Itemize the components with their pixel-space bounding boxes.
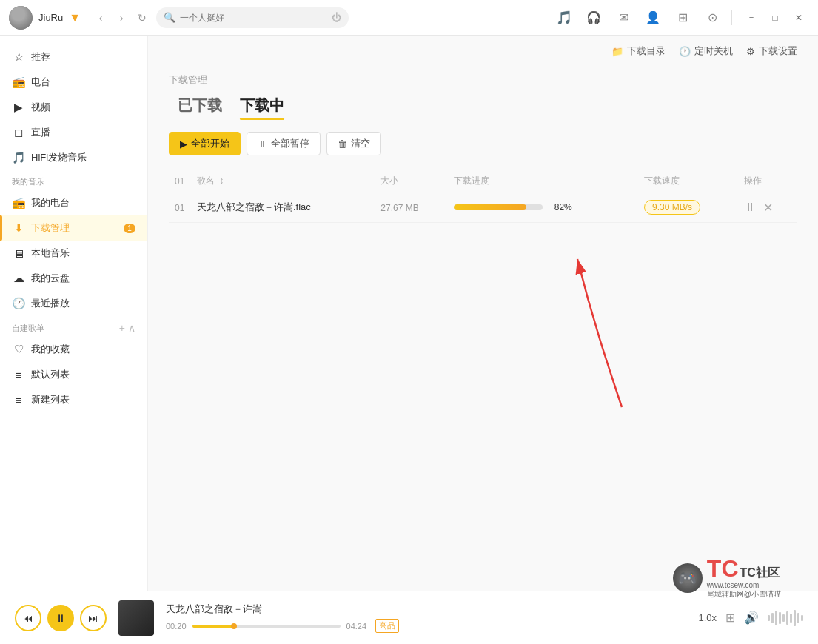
player-progress-dot <box>231 623 237 629</box>
player-progress-row: 00:20 04:24 高品 <box>166 619 399 633</box>
hifi-icon: 🎵 <box>12 151 25 164</box>
prev-button[interactable]: ⏮ <box>15 605 41 631</box>
sidebar-item-cloud[interactable]: ☁ 我的云盘 <box>0 266 147 291</box>
start-all-button[interactable]: ▶ 全部开始 <box>169 132 241 155</box>
player-progress-bar[interactable] <box>192 625 341 628</box>
music-icon-btn[interactable]: 🎵 <box>554 7 574 28</box>
sidebar-item-new-list[interactable]: ≡ 新建列表 <box>0 387 147 412</box>
sidebar-item-label: 直播 <box>31 126 50 139</box>
sidebar-item-live[interactable]: ◻ 直播 <box>0 120 147 145</box>
settings-icon: ⚙ <box>746 46 755 57</box>
sidebar-item-label: 新建列表 <box>31 393 70 406</box>
clock-icon: 🕐 <box>679 46 691 57</box>
download-table: 01 歌名 ↕ 大小 下载进度 下载速度 操作 01 <box>169 170 797 223</box>
start-all-label: 全部开始 <box>191 137 229 150</box>
separator <box>731 10 732 25</box>
next-button[interactable]: ⏭ <box>80 605 107 631</box>
message-icon-btn[interactable]: ✉ <box>613 7 634 28</box>
maximize-button[interactable]: □ <box>765 7 785 28</box>
headphone-icon-btn[interactable]: 🎧 <box>583 7 604 28</box>
player-time-total: 04:24 <box>346 622 367 631</box>
clear-button[interactable]: 🗑 清空 <box>326 132 381 155</box>
trash-icon: 🗑 <box>338 138 347 150</box>
user-icon-btn[interactable]: 👤 <box>643 7 663 28</box>
grid-icon-btn[interactable]: ⊞ <box>672 7 693 28</box>
download-dir-button[interactable]: 📁 下载目录 <box>611 44 666 58</box>
search-bar[interactable]: 🔍 ⏻ <box>156 7 349 28</box>
sidebar-item-label: 推荐 <box>31 50 50 64</box>
avatar[interactable] <box>9 6 33 30</box>
player-speed: 1.0x <box>698 612 717 623</box>
sidebar-item-video[interactable]: ▶ 视频 <box>0 95 147 120</box>
folder-icon: 📁 <box>611 46 623 57</box>
col-progress: 下载进度 <box>448 170 638 192</box>
radio-icon: 📻 <box>12 76 25 89</box>
screen-icon-btn[interactable]: ⊞ <box>725 611 735 625</box>
sidebar-item-label: 电台 <box>31 76 50 89</box>
bottom-player: ⏮ ⏸ ⏭ 天龙八部之宿敌－许嵩 00:20 04:24 高品 1.0x ⊞ 🔊 <box>0 591 818 644</box>
collapse-playlist-button[interactable]: ∧ <box>128 322 135 334</box>
nav-controls: ‹ › ↻ <box>93 10 150 26</box>
live-icon: ◻ <box>12 126 25 139</box>
recent-icon: 🕐 <box>12 297 25 310</box>
sidebar-item-default-list[interactable]: ≡ 默认列表 <box>0 362 147 387</box>
sidebar-item-local[interactable]: 🖥 本地音乐 <box>0 241 147 266</box>
refresh-button[interactable]: ↻ <box>134 10 150 26</box>
sidebar-item-label: HiFi发烧音乐 <box>31 151 87 164</box>
pause-action-button[interactable]: ⏸ <box>744 201 756 214</box>
sidebar-item-recommend[interactable]: ☆ 推荐 <box>0 44 147 70</box>
watermark-subtext: 尾城辅助网@小雪喵喵 <box>707 589 781 600</box>
search-input[interactable] <box>180 13 327 23</box>
action-icons: ⏸ ✕ <box>744 201 791 215</box>
remove-action-button[interactable]: ✕ <box>763 201 773 215</box>
player-right: 1.0x ⊞ 🔊 <box>698 609 803 627</box>
cloud-icon: ☁ <box>12 272 25 285</box>
back-button[interactable]: ‹ <box>93 10 109 26</box>
local-icon: 🖥 <box>12 247 25 260</box>
forward-button[interactable]: › <box>113 10 130 26</box>
col-size: 大小 <box>375 170 447 192</box>
add-playlist-button[interactable]: + <box>119 322 125 334</box>
tabs-row: 已下载 下载中 <box>169 93 797 120</box>
sidebar-item-label: 下载管理 <box>31 221 70 235</box>
settings-icon-btn[interactable]: ⊙ <box>702 7 723 28</box>
sidebar-item-my-radio[interactable]: 📻 我的电台 <box>0 190 147 215</box>
pause-all-label: 全部暂停 <box>271 137 309 150</box>
table-row: 01 天龙八部之宿敌－许嵩.flac 27.67 MB 82% 9.30 MB/… <box>169 192 797 223</box>
sort-icon[interactable]: ↕ <box>219 175 224 186</box>
settings-label: 下载设置 <box>759 44 797 58</box>
main-layout: ☆ 推荐 📻 电台 ▶ 视频 ◻ 直播 🎵 HiFi发烧音乐 我的音乐 📻 我的… <box>0 36 818 591</box>
col-num: 01 <box>169 170 191 192</box>
search-icon: 🔍 <box>164 12 175 23</box>
my-radio-icon: 📻 <box>12 196 25 209</box>
title-bar-left: JiuRu ▼ <box>9 6 81 30</box>
page-title-row: 下载管理 <box>169 73 797 87</box>
sidebar-item-tv[interactable]: 📻 电台 <box>0 70 147 95</box>
sidebar-item-hifi[interactable]: 🎵 HiFi发烧音乐 <box>0 145 147 170</box>
sidebar-item-recent[interactable]: 🕐 最近播放 <box>0 291 147 316</box>
pause-all-button[interactable]: ⏸ 全部暂停 <box>247 132 321 155</box>
play-pause-button[interactable]: ⏸ <box>47 605 74 631</box>
minimize-button[interactable]: － <box>741 7 762 28</box>
schedule-shutdown-button[interactable]: 🕐 定时关机 <box>679 44 733 58</box>
sidebar-item-download[interactable]: ⬇ 下载管理 1 <box>0 215 147 241</box>
sidebar-item-favorites[interactable]: ♡ 我的收藏 <box>0 337 147 362</box>
volume-icon-btn[interactable]: 🔊 <box>744 611 759 625</box>
download-dir-label: 下载目录 <box>627 44 666 58</box>
tab-downloaded[interactable]: 已下载 <box>169 93 231 120</box>
player-controls: ⏮ ⏸ ⏭ <box>15 605 107 631</box>
sidebar-playlist-section: 自建歌单 + ∧ <box>0 316 147 337</box>
sidebar: ☆ 推荐 📻 电台 ▶ 视频 ◻ 直播 🎵 HiFi发烧音乐 我的音乐 📻 我的… <box>0 36 148 591</box>
new-list-icon: ≡ <box>12 394 25 406</box>
list-icon: ≡ <box>12 369 25 381</box>
col-speed: 下载速度 <box>638 170 738 192</box>
song-name: 天龙八部之宿敌－许嵩.flac <box>197 201 311 212</box>
tab-downloading[interactable]: 下载中 <box>231 93 293 120</box>
download-settings-button[interactable]: ⚙ 下载设置 <box>746 44 797 58</box>
star-icon: ☆ <box>12 50 25 64</box>
close-button[interactable]: ✕ <box>788 7 809 28</box>
username: JiuRu <box>38 12 63 23</box>
toolbar-row: ▶ 全部开始 ⏸ 全部暂停 🗑 清空 <box>169 132 797 155</box>
playlist-actions: + ∧ <box>119 322 135 334</box>
pause-icon: ⏸ <box>258 138 267 150</box>
